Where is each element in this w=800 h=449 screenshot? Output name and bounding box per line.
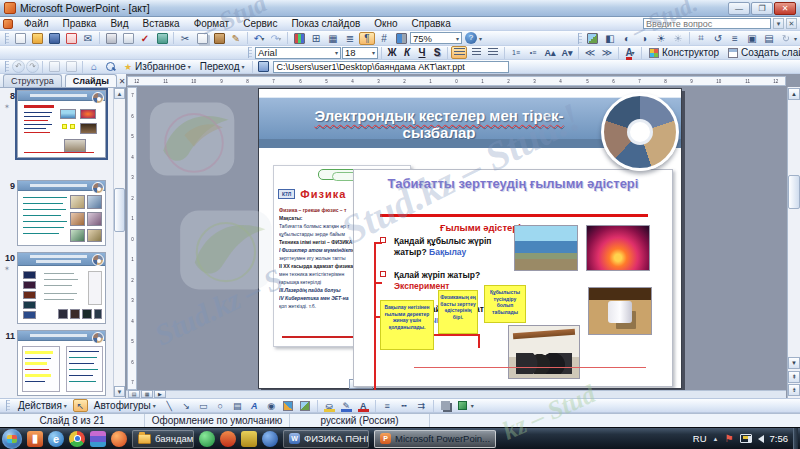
show-desktop-button[interactable]: [793, 428, 798, 449]
increase-font-button[interactable]: А▴: [542, 46, 558, 59]
question-input[interactable]: [643, 18, 771, 29]
font-color-button[interactable]: А▾: [622, 46, 638, 59]
rectangle-tool-button[interactable]: ▭: [196, 399, 211, 412]
line-tool-button[interactable]: ╲: [162, 399, 177, 412]
scroll-up-icon[interactable]: ▲: [788, 88, 800, 100]
menu-edit[interactable]: Правка: [56, 17, 104, 30]
show-web-toolbar-icon[interactable]: [256, 60, 272, 73]
scroll-up-icon[interactable]: ▲: [114, 88, 125, 99]
slide-title[interactable]: Электрондық кестелер мен тірек-сызбалар: [285, 107, 593, 141]
winrar-icon[interactable]: [90, 431, 106, 447]
scroll-down-icon[interactable]: ▼: [788, 357, 800, 369]
address-field[interactable]: C:\Users\user1\Desktop\баяндама АКТ\акт.…: [273, 61, 509, 73]
internet-explorer-icon[interactable]: e: [48, 431, 64, 447]
slide-design-button[interactable]: Конструктор: [645, 46, 723, 59]
permission-button[interactable]: [63, 32, 79, 45]
align-center-button[interactable]: [468, 46, 484, 59]
align-left-button[interactable]: [451, 46, 467, 59]
scrollbar-thumb[interactable]: [114, 188, 125, 232]
scrollbar-thumb[interactable]: [788, 175, 800, 209]
toolbar-close-icon[interactable]: ✕: [786, 18, 797, 29]
horizontal-scrollbar[interactable]: [126, 390, 786, 398]
underline-button[interactable]: Ч: [415, 46, 429, 59]
toolbar-options-icon[interactable]: ▾: [479, 35, 482, 42]
show-grid-button[interactable]: #: [376, 32, 392, 45]
show-formatting-button[interactable]: ¶: [359, 32, 375, 45]
action-center-icon[interactable]: ⚑: [725, 433, 734, 444]
draw-actions-button[interactable]: Действия▾: [14, 399, 71, 412]
compress-pictures-button[interactable]: ▣: [744, 32, 760, 45]
beach-photo[interactable]: [514, 225, 578, 271]
sticky-note[interactable]: Физиканың ең басты зерттеу әдістерінің б…: [438, 290, 478, 334]
text-box-button[interactable]: ▤: [230, 399, 245, 412]
normal-view-button[interactable]: ▤: [128, 390, 140, 398]
print-preview-button[interactable]: [120, 32, 136, 45]
tray-expand-icon[interactable]: ▲: [713, 436, 719, 442]
clip-art-button[interactable]: [281, 399, 296, 412]
slide-thumbnail-11[interactable]: [17, 330, 106, 396]
language-indicator[interactable]: RU: [693, 433, 707, 444]
newtons-cradle-photo[interactable]: [508, 325, 580, 379]
help-button[interactable]: ?: [463, 32, 479, 45]
web-toolbar-handle[interactable]: [5, 61, 9, 72]
expand-all-button[interactable]: ≣: [342, 32, 358, 45]
methods-panel[interactable]: Табиғатты зерттеудің ғылыми әдістері Ғыл…: [353, 169, 673, 387]
italic-button[interactable]: К: [400, 46, 414, 59]
search-web-icon[interactable]: [103, 60, 119, 73]
maximize-button[interactable]: ❐: [751, 2, 773, 15]
taskbar-app-icon-3[interactable]: [220, 431, 236, 447]
bullets-button[interactable]: •≡: [525, 46, 541, 59]
stop-icon[interactable]: [46, 60, 62, 73]
shadow-style-button[interactable]: [438, 399, 453, 412]
insert-picture-button[interactable]: [585, 32, 601, 45]
3d-style-button[interactable]: [455, 399, 470, 412]
menu-file[interactable]: Файл: [17, 17, 56, 30]
wordart-button[interactable]: A: [247, 399, 262, 412]
text-shadow-button[interactable]: S: [430, 46, 444, 59]
image-color-button[interactable]: ◧: [602, 32, 618, 45]
pane-close-icon[interactable]: ✕: [117, 76, 128, 87]
bold-button[interactable]: Ж: [385, 46, 399, 59]
design-status[interactable]: Оформление по умолчанию: [145, 414, 290, 427]
close-button[interactable]: ✕: [774, 2, 796, 15]
clock[interactable]: 7:56: [770, 433, 789, 444]
print-button[interactable]: [103, 32, 119, 45]
font-name-combo[interactable]: Arial▾: [255, 47, 341, 59]
cut-button[interactable]: ✂: [177, 32, 193, 45]
slide-thumbnail-9[interactable]: [17, 180, 106, 246]
sunset-photo[interactable]: [586, 225, 650, 271]
arrow-tool-button[interactable]: ↘: [179, 399, 194, 412]
rotate-left-button[interactable]: ↺: [710, 32, 726, 45]
autoshapes-button[interactable]: Автофигуры▾: [90, 399, 160, 412]
spelling-button[interactable]: ✓: [137, 32, 153, 45]
taskbar-app-icon-2[interactable]: [199, 431, 215, 447]
insert-picture-button[interactable]: [298, 399, 313, 412]
align-right-button[interactable]: [485, 46, 501, 59]
menu-slideshow[interactable]: Показ слайдов: [284, 17, 367, 30]
reset-picture-button[interactable]: ↻: [778, 32, 794, 45]
vertical-scrollbar[interactable]: ▲ ▼ ⇞ ⇟: [787, 87, 800, 398]
experiment-device-photo[interactable]: [588, 287, 652, 335]
question-dropdown-icon[interactable]: ▾: [773, 18, 784, 29]
taskbar-window-fizika[interactable]: W ФИЗИКА ПӘНІН ОҚ...: [283, 430, 369, 448]
crop-button[interactable]: ⌗: [693, 32, 709, 45]
undo-button[interactable]: ↶▾: [251, 32, 267, 45]
arrow-style-button[interactable]: ⇉: [414, 399, 429, 412]
taskbar-folder-window[interactable]: баяндама АКТ: [132, 430, 194, 448]
select-objects-button[interactable]: ↖: [73, 399, 88, 412]
taskbar-app-icon-4[interactable]: [241, 431, 257, 447]
menu-help[interactable]: Справка: [405, 17, 458, 30]
picture-toolbar-options-icon[interactable]: ▾: [794, 35, 797, 42]
format-painter-button[interactable]: ✎: [228, 32, 244, 45]
less-contrast-button[interactable]: ◑: [636, 32, 652, 45]
favorites-button[interactable]: ★Избранное▾: [120, 60, 195, 73]
copy-button[interactable]: [194, 32, 210, 45]
formatting-toolbar-handle[interactable]: [248, 47, 252, 58]
insert-table-button[interactable]: ⊞: [308, 32, 324, 45]
chrome-icon[interactable]: [69, 431, 85, 447]
tab-outline[interactable]: Структура: [3, 74, 62, 87]
numbering-button[interactable]: 1≡: [508, 46, 524, 59]
line-style-button[interactable]: ≡: [727, 32, 743, 45]
previous-slide-button[interactable]: ⇞: [788, 371, 800, 383]
oval-tool-button[interactable]: ○: [213, 399, 228, 412]
